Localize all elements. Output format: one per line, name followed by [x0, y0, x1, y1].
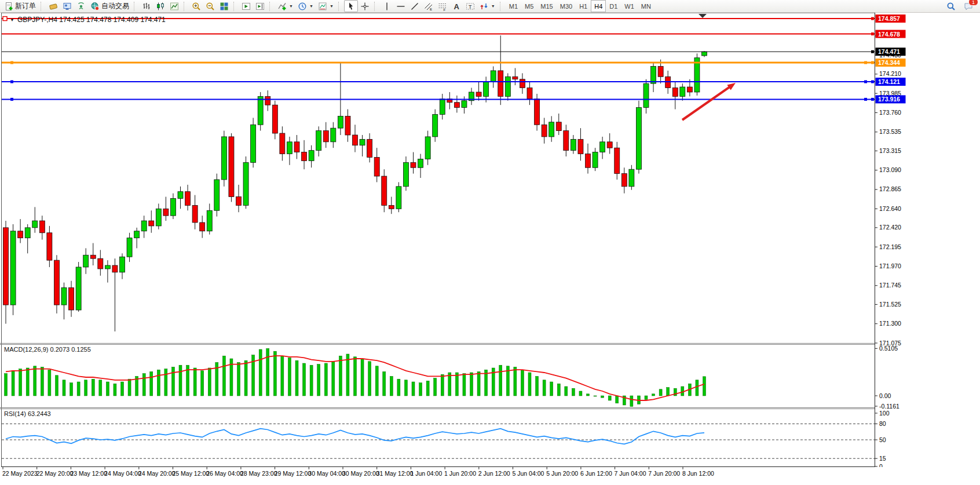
bull-candle	[593, 152, 598, 168]
bull-candle	[418, 159, 423, 167]
dropdown-caret-icon[interactable]: ▼	[491, 4, 495, 8]
timeframe-h4-button[interactable]: H4	[591, 0, 606, 12]
time-label: 28 May 23:00	[240, 470, 277, 477]
vline-button[interactable]	[380, 0, 394, 12]
macd-histogram-bar	[164, 369, 167, 396]
periods-button[interactable]: ▼	[295, 0, 316, 12]
line-anchor-handle[interactable]	[864, 98, 867, 101]
bull-candle	[25, 228, 30, 238]
timeframe-m5-button[interactable]: M5	[521, 0, 537, 12]
tile-windows-button[interactable]	[217, 0, 231, 12]
bear-candle	[236, 197, 242, 206]
macd-histogram-bar	[128, 379, 131, 396]
price-tick-label: 174.210	[879, 70, 901, 77]
signals-button[interactable]	[74, 0, 88, 12]
macd-histogram-bar	[237, 362, 240, 396]
gold-button[interactable]	[46, 0, 60, 12]
hline-button[interactable]	[394, 0, 408, 12]
toolbar-group	[140, 0, 181, 12]
bull-candle	[251, 125, 256, 162]
candlestick-button[interactable]	[153, 0, 167, 12]
macd-histogram-bar	[354, 357, 357, 396]
macd-histogram-bar	[594, 396, 597, 396]
arrows-button[interactable]: ▼	[477, 0, 498, 12]
line-anchor-handle[interactable]	[10, 81, 13, 83]
zoom-out-button[interactable]	[203, 0, 217, 12]
bull-candle	[105, 265, 110, 269]
timeframe-w1-button[interactable]: W1	[621, 0, 638, 12]
timeframe-d1-button[interactable]: D1	[606, 0, 621, 12]
dropdown-caret-icon[interactable]: ▼	[289, 4, 293, 8]
price-tick-label: 171.300	[879, 320, 901, 327]
bull-candle	[396, 187, 401, 209]
time-label: 1 Jun 20:00	[444, 470, 476, 477]
price-tag-pointer	[871, 61, 874, 64]
line-anchor-handle[interactable]	[864, 81, 867, 83]
bull-candle	[403, 162, 408, 186]
dropdown-caret-icon[interactable]: ▼	[330, 4, 334, 8]
bull-candle	[316, 131, 321, 151]
bear-candle	[3, 228, 9, 305]
search-button[interactable]	[944, 0, 958, 12]
timeframe-m1-button[interactable]: M1	[506, 0, 521, 12]
chart-window[interactable]: 174.655174.430174.210173.985173.760173.5…	[0, 13, 980, 485]
chart-shift-button[interactable]	[253, 0, 267, 12]
timeframe-m30-button[interactable]: M30	[557, 0, 576, 12]
bear-candle	[542, 125, 547, 137]
fibonacci-button[interactable]: F	[436, 0, 449, 12]
templates-button[interactable]: ▼	[316, 0, 336, 12]
macd-histogram-bar	[295, 360, 298, 396]
timeframe-m15-button[interactable]: M15	[537, 0, 556, 12]
timeframe-mn-button[interactable]: MN	[638, 0, 654, 12]
dropdown-caret-icon[interactable]: ▼	[309, 4, 313, 8]
new-order-icon	[4, 2, 13, 11]
bull-candle	[127, 238, 132, 257]
text-button[interactable]: A	[449, 0, 463, 12]
channel-button[interactable]: E	[422, 0, 436, 12]
chart-title: GBPJPY-,H4 174.425 174.478 174.409 174.4…	[17, 16, 166, 24]
indicators-button[interactable]: ▼	[275, 0, 295, 12]
price-tick-label: 171.970	[879, 262, 901, 269]
zoom-in-button[interactable]	[189, 0, 203, 12]
toolbar-separator	[184, 2, 188, 11]
bear-candle	[556, 122, 561, 131]
label-button[interactable]: T	[463, 0, 477, 12]
macd-histogram-bar	[310, 365, 313, 396]
bull-candle	[32, 221, 38, 228]
time-axis[interactable]: 22 May 202322 May 20:0023 May 12:0024 Ma…	[0, 466, 980, 484]
macd-histogram-bar	[34, 366, 36, 396]
line-chart-button[interactable]	[167, 0, 181, 12]
macd-histogram-bar	[266, 348, 269, 396]
timeframe-h1-button[interactable]: H1	[576, 0, 591, 12]
bull-candle	[141, 221, 147, 231]
macd-histogram-bar	[659, 389, 662, 396]
autotrading-button[interactable]: 自动交易	[88, 0, 131, 12]
new-order-button[interactable]: 新订单	[2, 0, 38, 12]
fibonacci-icon: F	[438, 2, 447, 11]
price-axis[interactable]: 174.655174.430174.210173.985173.760173.5…	[871, 13, 980, 470]
macd-histogram-bar	[390, 376, 393, 396]
price-tick-label: 172.865	[879, 185, 901, 192]
chart-menu-triangle-icon[interactable]: ▼	[10, 17, 14, 23]
bull-candle	[214, 180, 220, 210]
trendline-button[interactable]	[408, 0, 422, 12]
chat-button[interactable]: 1	[961, 0, 975, 12]
line-anchor-handle[interactable]	[10, 98, 13, 101]
crosshair-button[interactable]	[358, 0, 372, 12]
macd-histogram-bar	[652, 394, 655, 396]
terminal-button[interactable]	[60, 0, 74, 12]
auto-scroll-button[interactable]	[239, 0, 253, 12]
indicators-icon	[277, 2, 287, 11]
bull-candle	[643, 83, 649, 107]
cursor-button[interactable]	[344, 0, 358, 12]
time-label: 6 Jun 12:00	[580, 470, 612, 477]
line-anchor-handle[interactable]	[3, 17, 7, 21]
bar-chart-button[interactable]	[140, 0, 153, 12]
macd-histogram-bar	[303, 363, 306, 396]
bull-candle	[76, 267, 81, 310]
line-anchor-handle[interactable]	[10, 61, 13, 64]
time-label: 24 May 04:00	[104, 470, 141, 477]
bear-candle	[476, 92, 481, 96]
line-anchor-handle[interactable]	[864, 61, 867, 64]
bear-candle	[498, 71, 503, 96]
